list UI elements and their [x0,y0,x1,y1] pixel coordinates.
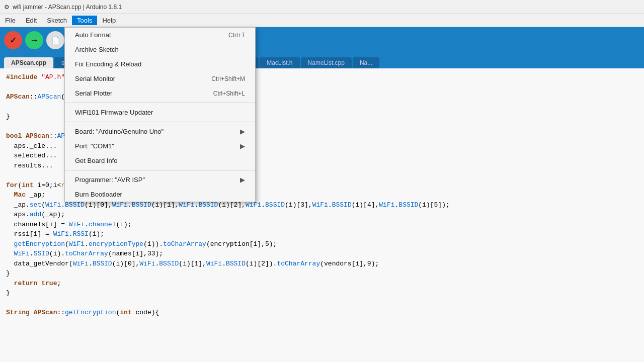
auto-format-label: Auto Format [75,31,111,39]
menu-tools[interactable]: Tools [72,16,97,25]
burn-bootloader-label: Burn Bootloader [75,191,122,198]
serial-plotter-shortcut: Ctrl+Shift+L [213,90,245,97]
tab-apscan-cpp[interactable]: APScan.cpp [4,57,53,68]
tab-namelist-cpp[interactable]: NameList.cpp [301,57,352,68]
programmer-arrow: ▶ [240,176,245,184]
separator-3 [65,170,255,170]
menu-archive-sketch[interactable]: Archive Sketch [65,42,255,57]
menu-sketch[interactable]: Sketch [42,16,72,25]
menu-file[interactable]: File [0,16,21,25]
auto-format-shortcut: Ctrl+T [228,32,245,39]
upload-button[interactable]: → [25,31,43,49]
code-line-channels: channels[i] = WiFi.channel(i); [6,220,638,230]
serial-monitor-shortcut: Ctrl+Shift+M [211,75,245,82]
menu-port[interactable]: Port: "COM1" ▶ [65,139,255,153]
board-arrow: ▶ [240,128,245,135]
code-line-return: return true; [6,279,638,289]
archive-sketch-label: Archive Sketch [75,46,119,53]
menu-auto-format[interactable]: Auto Format Ctrl+T [65,28,255,42]
wifi101-label: WiFi101 Firmware Updater [75,109,153,116]
menu-edit[interactable]: Edit [21,16,42,25]
serial-plotter-label: Serial Plotter [75,89,112,97]
menu-bar: File Edit Sketch Tools Help [0,14,644,27]
menu-fix-encoding[interactable]: Fix Encoding & Reload [65,57,255,71]
verify-button[interactable]: ✓ [4,31,22,49]
menu-wifi101[interactable]: WiFi101 Firmware Updater [65,105,255,120]
code-line-close3: } [6,288,638,298]
code-line-close2: } [6,268,638,279]
code-line-ssid: WiFi.SSID(i).toCharArray(names[i],33); [6,249,638,259]
title-bar: ⚙ wifi jammer - APScan.cpp | Arduino 1.8… [0,0,644,14]
tab-maclist-h[interactable]: MacList.h [260,57,299,68]
port-label: Port: "COM1" [75,142,114,150]
menu-serial-plotter[interactable]: Serial Plotter Ctrl+Shift+L [65,86,255,101]
programmer-label: Programmer: "AVR ISP" [75,176,145,184]
fix-encoding-label: Fix Encoding & Reload [75,60,141,68]
get-board-info-label: Get Board Info [75,157,118,164]
menu-get-board-info[interactable]: Get Board Info [65,153,255,168]
port-arrow: ▶ [240,142,245,150]
tools-dropdown: Auto Format Ctrl+T Archive Sketch Fix En… [64,27,256,202]
menu-programmer[interactable]: Programmer: "AVR ISP" ▶ [65,172,255,187]
tab-na[interactable]: Na... [353,57,379,68]
menu-help[interactable]: Help [97,16,121,25]
board-label: Board: "Arduino/Genuino Uno" [75,128,164,135]
menu-board[interactable]: Board: "Arduino/Genuino Uno" ▶ [65,124,255,139]
separator-2 [65,122,255,122]
title-text: wifi jammer - APScan.cpp | Arduino 1.8.1 [13,4,122,11]
separator-1 [65,103,255,103]
code-line-rssi: rssi[i] = WiFi.RSSI(i); [6,229,638,239]
code-line-vendor: data_getVendor(WiFi.BSSID(i)[0],WiFi.BSS… [6,259,638,269]
menu-serial-monitor[interactable]: Serial Monitor Ctrl+Shift+M [65,71,255,86]
window-icon: ⚙ [4,4,10,11]
new-button[interactable]: 📄 [46,31,64,49]
serial-monitor-label: Serial Monitor [75,75,115,82]
code-line-getenc: getEncryption(WiFi.encryptionType(i)).to… [6,239,638,249]
menu-burn-bootloader[interactable]: Burn Bootloader [65,187,255,202]
code-line-apsadd: aps.add(_ap); [6,210,638,220]
code-line-blank5 [6,298,638,308]
code-line-string-fn: String APScan::getEncryption(int code){ [6,308,638,318]
